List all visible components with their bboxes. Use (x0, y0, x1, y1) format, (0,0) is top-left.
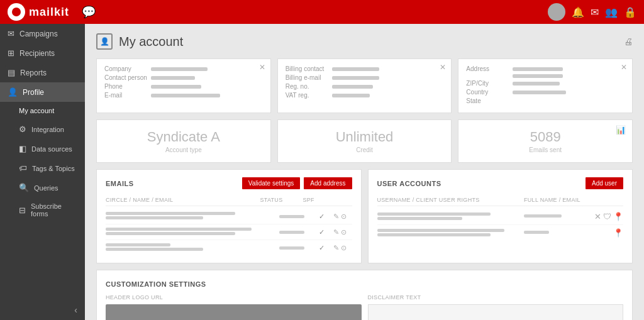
location-icon[interactable]: 📍 (613, 228, 623, 238)
sidebar-item-recipients[interactable]: ⊞ Recipients (0, 43, 85, 63)
sidebar-item-subscribe-forms[interactable]: ⊟ Subscribe forms (0, 197, 85, 223)
recipients-icon: ⊞ (8, 48, 14, 58)
email-table-row: ✓ ✎ ⊙ (106, 224, 352, 240)
sidebar: ✉ Campaigns ⊞ Recipients ▤ Reports 👤 Pro… (0, 24, 85, 320)
validate-settings-button[interactable]: Validate settings (242, 177, 301, 189)
company-card-close[interactable]: ✕ (259, 63, 265, 72)
sidebar-item-queries[interactable]: 🔍 Queries (0, 178, 85, 197)
print-icon[interactable]: 🖨 (624, 36, 633, 47)
email-row1-actions[interactable]: ✎ ⊙ (333, 212, 352, 221)
sidebar-item-profile[interactable]: 👤 Profile (0, 82, 85, 102)
notifications-icon[interactable]: 🔔 (572, 6, 584, 18)
edit-icon[interactable]: ✎ (333, 212, 339, 221)
sidebar-label-campaigns: Campaigns (19, 30, 58, 38)
page-title: My account (119, 35, 183, 49)
company-info-card: ✕ Company Contact person Phone E-mail (96, 58, 271, 113)
country-row: Country (466, 89, 625, 96)
header-logo-label: HEADER LOGO URL (106, 294, 362, 301)
sidebar-label-queries: Queries (34, 184, 58, 192)
disclaimer-label: DISCLAIMER TEXT (368, 294, 624, 301)
add-user-button[interactable]: Add user (586, 177, 623, 189)
ua-row1-actions[interactable]: ✕ 🛡 📍 (592, 212, 623, 221)
sidebar-item-reports[interactable]: ▤ Reports (0, 63, 85, 82)
integration-icon: ⚙ (19, 124, 26, 134)
account-type-card: Syndicate A Account type (96, 119, 271, 163)
email-row2-spf: ✓ (316, 228, 328, 236)
emails-panel-header: EMAILS Validate settings Add address (106, 177, 352, 189)
email-row2-status (273, 231, 311, 234)
sidebar-item-data-sources[interactable]: ◧ Data sources (0, 139, 85, 158)
header-logo-preview (106, 304, 362, 320)
email-row3-name (106, 243, 268, 252)
email-row3-actions[interactable]: ✎ ⊙ (333, 244, 352, 252)
header-right: 🔔 ✉ 👥 🔒 (548, 3, 636, 21)
address2-value (513, 74, 563, 78)
email-label: E-mail (104, 92, 148, 99)
add-address-button[interactable]: Add address (304, 177, 352, 189)
address-info-card: ✕ Address ZIP/City Country (458, 58, 633, 113)
ua-table-row: 📍 (377, 225, 624, 241)
reports-icon: ▤ (8, 68, 15, 77)
content-area: 👤 My account 🖨 ✕ Company Contact person … (85, 24, 644, 320)
email-row: E-mail (104, 92, 263, 99)
billing-email-value (332, 76, 379, 80)
billing-contact-row: Billing contact (286, 65, 444, 72)
sidebar-collapse-arrow[interactable]: ‹ (8, 305, 77, 315)
lock-icon[interactable]: 🔒 (624, 6, 636, 18)
vat-label: VAT reg. (286, 92, 330, 99)
email-col-name: CIRCLE / NAME / EMAIL (106, 197, 255, 203)
sidebar-item-tags-topics[interactable]: 🏷 Tags & Topics (0, 158, 85, 178)
emails-sent-icon: 📊 (616, 125, 626, 135)
stats-cards: Syndicate A Account type Unlimited Credi… (96, 119, 633, 163)
delete-icon[interactable]: ⊙ (341, 212, 347, 221)
zip-row: ZIP/City (466, 80, 625, 87)
page-header: 👤 My account 🖨 (96, 33, 633, 50)
reg-no-label: Reg. no. (286, 83, 330, 90)
state-label: State (466, 97, 510, 104)
ua-row1-name (377, 212, 519, 221)
edit-icon[interactable]: ✎ (333, 228, 339, 236)
emails-sent-value: 5089 (466, 129, 625, 145)
sidebar-item-integration[interactable]: ⚙ Integration (0, 119, 85, 139)
messages-icon[interactable]: ✉ (591, 6, 599, 18)
phone-row: Phone (104, 83, 263, 90)
ua-row2-actions[interactable]: 📍 (592, 228, 623, 238)
phone-value (151, 85, 201, 89)
sidebar-item-my-account[interactable]: My account (0, 102, 85, 119)
sidebar-item-campaigns[interactable]: ✉ Campaigns (0, 24, 85, 43)
emails-sent-card: 📊 5089 Emails sent (458, 119, 633, 163)
edit-icon[interactable]: ✎ (333, 244, 339, 252)
address-card-close[interactable]: ✕ (621, 63, 627, 72)
reg-no-row: Reg. no. (286, 83, 444, 90)
location-icon[interactable]: 📍 (613, 212, 623, 221)
company-value (151, 67, 208, 71)
country-value (513, 91, 566, 94)
sidebar-label-my-account: My account (19, 107, 54, 114)
team-icon[interactable]: 👥 (605, 6, 618, 18)
billing-card-close[interactable]: ✕ (440, 63, 446, 72)
sidebar-label-profile: Profile (23, 88, 44, 97)
customization-header: CUSTOMIZATION SETTINGS (106, 278, 623, 289)
email-row2-actions[interactable]: ✎ ⊙ (333, 228, 352, 236)
email-table-row: ✓ ✎ ⊙ (106, 209, 352, 224)
contact-value (151, 76, 195, 80)
country-label: Country (466, 89, 510, 96)
email-col-actions (333, 197, 352, 203)
delete-icon[interactable]: ⊙ (341, 244, 347, 252)
top-header: mailkit 💬 🔔 ✉ 👥 🔒 (0, 0, 644, 24)
email-row3-status (273, 246, 311, 250)
settings-icon[interactable]: ✕ (594, 212, 601, 221)
page-title-icon: 👤 (96, 33, 113, 50)
company-row: Company (104, 65, 263, 72)
shield-icon[interactable]: 🛡 (603, 212, 611, 221)
user-avatar[interactable] (548, 3, 565, 21)
delete-icon[interactable]: ⊙ (341, 228, 347, 236)
profile-icon: 👤 (8, 87, 18, 97)
chat-icon[interactable]: 💬 (82, 5, 96, 19)
emails-panel-actions: Validate settings Add address (242, 177, 352, 189)
phone-label: Phone (104, 83, 148, 90)
account-type-value: Syndicate A (104, 129, 263, 145)
billing-email-row: Billing e-mail (286, 74, 444, 81)
account-type-label: Account type (104, 146, 263, 153)
main-layout: ✉ Campaigns ⊞ Recipients ▤ Reports 👤 Pro… (0, 24, 644, 320)
